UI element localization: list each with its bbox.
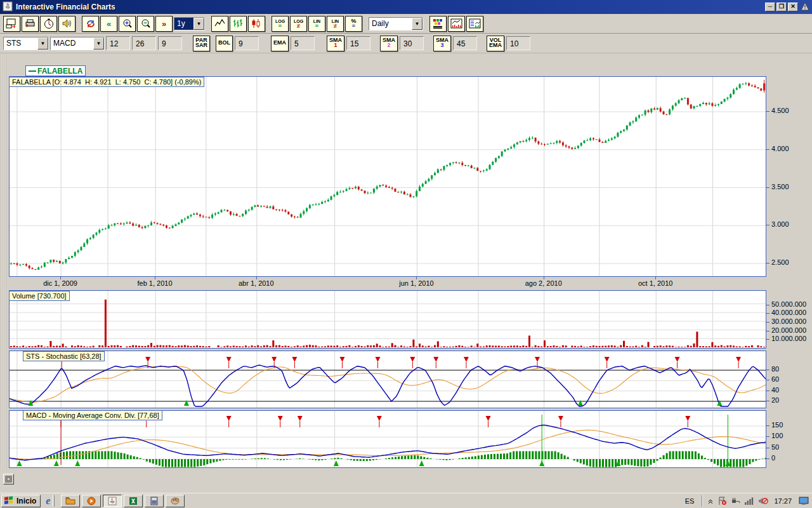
network-plug-icon[interactable] xyxy=(731,497,740,505)
stochastic-chart-panel[interactable] xyxy=(9,351,766,408)
timer-button[interactable] xyxy=(40,16,57,32)
title-bar[interactable]: Interactive Financial Charts ─ ❐ ✕ xyxy=(0,0,812,14)
axis-tick xyxy=(766,458,769,459)
ema-period-field[interactable] xyxy=(291,36,315,50)
axis-tick xyxy=(766,322,769,323)
start-button[interactable]: Inicio xyxy=(1,495,41,507)
sma2-button[interactable]: SMA2 xyxy=(380,36,398,51)
symbol-name: FALABELLA xyxy=(37,67,82,76)
lin-unequal-button[interactable]: LIN≠ xyxy=(327,16,344,32)
sound-button[interactable] xyxy=(58,16,75,32)
axis-tick-label: 20 xyxy=(771,396,779,404)
series-line-sample xyxy=(29,70,36,72)
scroll-back-button[interactable]: « xyxy=(100,16,117,32)
axis-tick xyxy=(766,263,769,264)
zoom-out-button[interactable] xyxy=(137,16,154,32)
axis-tick-label: 4.000 xyxy=(771,145,789,152)
volume-chart-panel[interactable] xyxy=(9,290,766,349)
security-alert-icon[interactable] xyxy=(717,497,727,505)
chevron-down-icon[interactable]: ▼ xyxy=(412,18,422,30)
sma2-period-field[interactable] xyxy=(400,36,424,50)
price-chart-panel[interactable] xyxy=(9,76,766,277)
volume-muted-icon[interactable] xyxy=(758,497,768,505)
axis-tick-label: 40 xyxy=(771,386,779,394)
internet-explorer-icon[interactable]: e xyxy=(46,495,50,507)
chevron-down-icon[interactable]: ▼ xyxy=(93,37,104,50)
print-button[interactable] xyxy=(22,16,39,32)
system-tray: ES 17:27 xyxy=(680,495,811,507)
axis-tick xyxy=(766,425,769,426)
macd-signal-field[interactable] xyxy=(158,36,182,50)
task-excel-button[interactable] xyxy=(124,495,143,507)
volume-ema-period-field[interactable] xyxy=(506,36,530,50)
refresh-button[interactable] xyxy=(82,16,99,32)
axis-tick-label: 4.500 xyxy=(771,107,789,114)
task-paint-button[interactable] xyxy=(166,495,185,507)
date-tick-label: feb 1, 2010 xyxy=(126,279,183,287)
chevron-down-icon[interactable]: ▼ xyxy=(37,37,48,50)
sma1-button[interactable]: SMA1 xyxy=(327,36,344,51)
axis-tick-label: 3.000 xyxy=(771,220,789,228)
maximize-button[interactable]: ❐ xyxy=(776,3,787,11)
axis-tick xyxy=(766,331,769,331)
axis-tick xyxy=(766,313,769,314)
bollinger-period-field[interactable] xyxy=(235,36,259,50)
volume-ema-button[interactable]: VOLEMA xyxy=(487,36,504,51)
percent-scale-button[interactable]: %= xyxy=(345,16,362,32)
chevron-down-icon[interactable]: ▼ xyxy=(193,18,204,30)
date-tick xyxy=(155,277,155,279)
line-chart-button[interactable] xyxy=(211,16,228,32)
language-indicator[interactable]: ES xyxy=(680,497,700,505)
date-tick-label: oct 1, 2010 xyxy=(627,279,684,287)
display-settings-icon[interactable] xyxy=(799,497,809,505)
colors-settings-button[interactable] xyxy=(429,16,447,32)
log-unequal-button[interactable]: LOG≠ xyxy=(290,16,307,32)
ema-button[interactable]: EMA xyxy=(271,36,289,51)
range-select[interactable]: 1y ▼ xyxy=(174,17,205,30)
sma3-button[interactable]: SMA3 xyxy=(433,36,451,51)
axis-tick xyxy=(766,370,769,370)
tray-divider xyxy=(702,495,703,507)
date-tick xyxy=(655,277,656,279)
quick-launch: e xyxy=(46,495,57,507)
task-java-charts-button[interactable] xyxy=(103,495,122,507)
detach-window-button[interactable] xyxy=(3,16,20,32)
price-volume-view-button[interactable] xyxy=(448,16,465,32)
axis-tick-label: 30.000.000 xyxy=(771,318,806,325)
signal-strength-icon[interactable] xyxy=(744,497,754,505)
sma1-period-field[interactable] xyxy=(346,36,370,50)
axis-tick xyxy=(766,380,769,380)
study2-value: MACD xyxy=(51,37,93,50)
hide-icons-chevron[interactable] xyxy=(707,498,714,504)
toolbar-grip[interactable] xyxy=(53,495,55,507)
candle-chart-button[interactable] xyxy=(248,16,265,32)
price-axis-labels: 4.5004.0003.5003.0002.50050.000.00040.00… xyxy=(766,53,812,470)
period-select[interactable]: Daily ▼ xyxy=(369,17,423,30)
zoom-in-button[interactable] xyxy=(119,16,136,32)
study2-select[interactable]: MACD ▼ xyxy=(50,37,105,50)
tray-clock[interactable]: 17:27 xyxy=(774,497,792,505)
task-folder-button[interactable] xyxy=(61,495,80,507)
task-calculator-button[interactable] xyxy=(145,495,164,507)
minimize-button[interactable]: ─ xyxy=(765,3,775,11)
scroll-forward-button[interactable]: » xyxy=(155,16,173,32)
log-scale-button[interactable]: LOG= xyxy=(272,16,289,32)
task-mediaplayer-button[interactable] xyxy=(82,495,101,507)
axis-tick xyxy=(766,391,769,391)
study1-select[interactable]: STS ▼ xyxy=(3,37,49,50)
close-button[interactable]: ✕ xyxy=(788,3,798,11)
parsar-button[interactable]: PARSAR xyxy=(193,36,210,51)
data-view-button[interactable] xyxy=(466,16,483,32)
macd-fast-field[interactable] xyxy=(106,36,130,50)
lin-scale-button[interactable]: LIN= xyxy=(308,16,325,32)
price-tooltip: FALABELLA [O: 4.874 H: 4.921 L: 4.750 C:… xyxy=(9,77,204,87)
bollinger-button[interactable]: BOL xyxy=(216,36,233,51)
fullscreen-chart-button[interactable] xyxy=(3,474,14,485)
macd-slow-field[interactable] xyxy=(132,36,156,50)
ohlc-chart-button[interactable] xyxy=(230,16,247,32)
axis-tick-label: 10.000.000 xyxy=(771,335,806,342)
windows-logo-icon xyxy=(4,495,14,506)
study1-value: STS xyxy=(4,37,37,50)
axis-tick-label: 100 xyxy=(771,432,783,439)
sma3-period-field[interactable] xyxy=(453,36,477,50)
